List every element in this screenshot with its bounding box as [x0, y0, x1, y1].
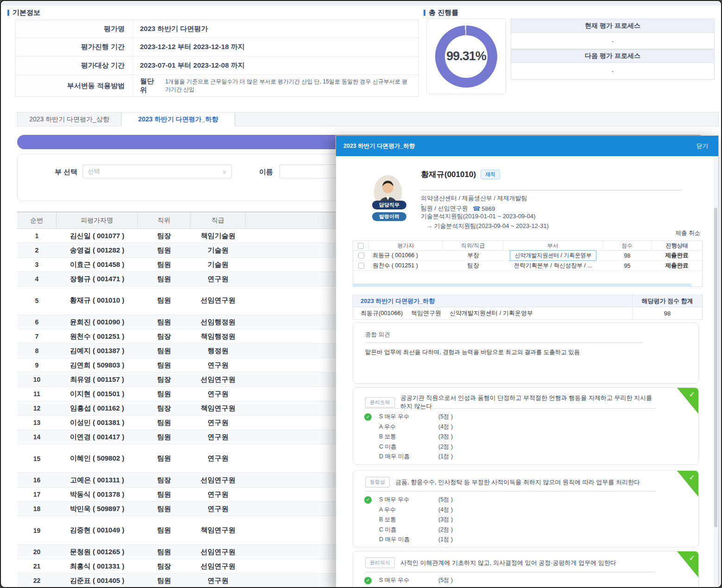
evaluatee-grade: 연구원	[190, 502, 246, 516]
evaluatee-name: 최홍식 ( 001331 )	[57, 559, 138, 573]
column-header-position-grade: 직위/직급	[443, 241, 503, 250]
evaluatee-position: 팀원	[138, 487, 190, 501]
column-header-position: 직위	[138, 212, 190, 228]
row-no: 21	[17, 559, 57, 573]
process-table: 현재 평가 프로세스 - 다음 평가 프로세스 -	[511, 19, 715, 80]
horizontal-scrollbar[interactable]	[353, 284, 691, 286]
rating-option[interactable]: ✓S 매우 우수(5점 )	[353, 412, 698, 422]
basic-info-table: 평가명 2023 하반기 다면평가 평가진행 기간 2023-12-12 부터 …	[15, 19, 419, 97]
row-no: 19	[17, 516, 57, 544]
summary-score-value: 98	[633, 307, 702, 319]
evaluator-row[interactable]: 최동규 ( 001066 )부장신약개발지원센터 / 기획운영부98제출완료	[353, 251, 702, 261]
evaluatee-name: 김예지 ( 001387 )	[57, 344, 138, 358]
duty-badge: 담당직무	[372, 201, 406, 209]
rating-option[interactable]: C 미흡(2점 )	[353, 525, 698, 535]
evaluatee-position: 팀장	[138, 329, 190, 343]
rating-option[interactable]: D 매우 미흡(1점 )	[353, 452, 698, 462]
progress-donut-chart: 99.31%	[435, 25, 497, 88]
option-score: (1점 )	[438, 453, 453, 461]
evaluator-checkbox[interactable]	[358, 263, 364, 269]
modal-scrollbar-thumb[interactable]	[714, 208, 717, 527]
dept-highlighted-cell[interactable]: 신약개발지원센터 / 기획운영부	[510, 250, 596, 261]
basic-info-section-title: 기본정보	[7, 8, 40, 17]
evaluatee-grade: 연구원	[190, 358, 246, 372]
modal-scrollbar[interactable]	[714, 157, 718, 588]
employee-position: 팀원 / 선임연구원	[421, 204, 468, 213]
column-header-name: 피평가자명	[57, 212, 138, 228]
evaluatee-grade: 행정원	[190, 344, 246, 358]
current-process-value: -	[511, 33, 714, 49]
option-label: A 우수	[379, 423, 438, 431]
option-label: B 보통	[379, 516, 438, 524]
submission-cancel-link[interactable]: 제출 취소	[676, 229, 700, 237]
evaluator-table: 평가자 직위/직급 부서 점수 진행상태 최동규 ( 001066 )부장신약개…	[353, 240, 703, 287]
rating-option[interactable]: D 매우 미흡(1점 )	[353, 535, 698, 545]
evaluatee-grade: 기술원	[190, 258, 246, 272]
modal-close-button[interactable]: 닫기	[697, 142, 708, 150]
evaluatee-grade: 선임연구원	[190, 373, 246, 386]
option-check-slot: ✓	[364, 577, 375, 584]
evaluatee-grade: 선임연구원	[190, 286, 246, 315]
evaluatee-grade: 책임연구원	[190, 516, 246, 544]
evaluation-summary-table: 2023 하반기 다면평가_하향 해당평가 점수 합계 최동규(001066) …	[353, 295, 703, 320]
rating-question-text: 사적인 이해관계에 기초하지 않고, 의사결정에 있어 공정·공평하게 업무에 …	[400, 559, 616, 567]
evaluatee-name: 김연희 ( 509803 )	[57, 358, 138, 372]
rating-option[interactable]: ✓S 매우 우수(5점 )	[353, 495, 698, 505]
tab-upward-evaluation[interactable]: 2023 하반기 다면평가_상향	[17, 112, 121, 126]
employment-status-badge: 재직	[481, 170, 500, 179]
column-header-score: 점수	[603, 241, 652, 250]
evaluatee-position: 팀원	[138, 545, 190, 559]
completed-check-icon: ✓	[689, 473, 695, 482]
opinion-divider	[365, 342, 643, 343]
evaluator-status: 제출완료	[652, 252, 702, 259]
phone-icon: ☎	[473, 205, 481, 212]
chevron-down-icon: ∨	[222, 168, 227, 175]
option-score: (5점 )	[438, 496, 453, 504]
rating-category-tag: 윤리의식	[365, 557, 395, 568]
evaluatee-grade: 책임연구원	[190, 401, 246, 415]
row-no: 8	[17, 344, 57, 358]
evaluatee-name: 이혜인 ( 509802 )	[57, 444, 138, 473]
evaluator-name: 최동규 ( 001066 )	[369, 252, 443, 259]
assignment-history-line1: 기술분석지원팀(2019-01-01 ~ 2023-09-04)	[421, 212, 535, 221]
evaluatee-name: 김신일 ( 001077 )	[57, 229, 138, 243]
summary-evaluator-grade: 책임연구원	[411, 309, 441, 317]
select-all-checkbox[interactable]	[358, 243, 364, 249]
evaluatee-grade: 선임연구원	[190, 473, 246, 487]
rating-option[interactable]: A 우수(4점 )	[353, 422, 698, 432]
rating-option[interactable]: B 보통(3점 )	[353, 432, 698, 442]
evaluator-table-empty-space	[353, 271, 702, 284]
info-row-name: 평가명 2023 하반기 다면평가	[15, 20, 418, 38]
row-no: 16	[17, 473, 57, 487]
info-label: 평가명	[15, 20, 133, 38]
rating-option[interactable]: A 우수(4점 )	[353, 586, 698, 588]
summary-header-row: 2023 하반기 다면평가_하향 해당평가 점수 합계	[353, 295, 702, 307]
assignment-history-line2: → 기술분석지원팀(2023-09-04 ~ 2023-12-31)	[426, 222, 549, 230]
rating-option[interactable]: B 보통(3점 )	[353, 515, 698, 525]
rating-divider	[365, 408, 656, 409]
evaluator-dept[interactable]: 신약개발지원센터 / 기획운영부	[503, 250, 603, 261]
rating-option[interactable]: C 미흡(2점 )	[353, 442, 698, 452]
evaluatee-position: 팀원	[138, 574, 190, 588]
rating-option[interactable]: A 우수(4점 )	[353, 505, 698, 515]
rating-divider	[365, 572, 656, 572]
completed-check-icon: ✓	[689, 554, 695, 563]
rating-option[interactable]: ✓S 매우 우수(5점 )	[353, 575, 698, 586]
dept-select-placeholder: 선택	[88, 167, 100, 176]
option-score: (2점 )	[438, 443, 453, 451]
evaluator-score: 95	[603, 263, 652, 269]
section-bullet-icon	[424, 10, 425, 16]
evaluatee-position: 팀장	[138, 229, 190, 243]
employee-divider	[421, 190, 681, 190]
tab-downward-evaluation[interactable]: 2023 하반기 다면평가_하향	[121, 112, 235, 126]
evaluator-row[interactable]: 원천수 ( 001251 )팀장전략기획본부 / 혁신성장부 / ...95제출…	[353, 261, 702, 271]
evaluator-checkbox[interactable]	[358, 253, 364, 259]
evaluatee-grade: 연구원	[190, 416, 246, 430]
info-value: 2023 하반기 다면평가	[140, 25, 208, 33]
dept-select[interactable]: 선택 ∨	[82, 164, 232, 178]
evaluatee-grade: 연구원	[190, 430, 246, 444]
evaluatee-position: 팀원	[138, 243, 190, 257]
progress-donut-card: 99.31%	[426, 19, 506, 94]
column-header-evaluator: 평가자	[369, 241, 443, 250]
row-no: 18	[17, 502, 57, 516]
